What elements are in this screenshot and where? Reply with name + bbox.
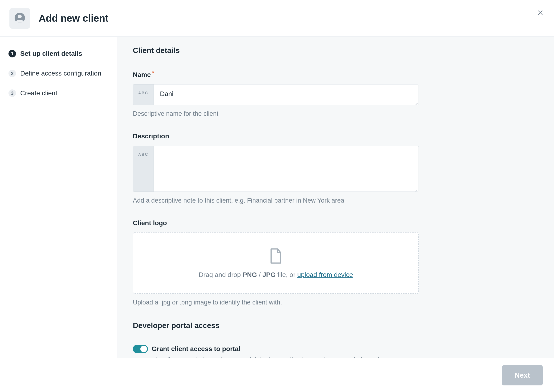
step-label: Create client [20,89,57,97]
field-logo-label: Client logo [133,219,539,227]
description-input-wrap: ABC [133,146,419,192]
drop-format-png: PNG [243,271,257,278]
field-name-label: Name * [133,71,539,79]
name-input-wrap: ABC [133,84,419,105]
next-button[interactable]: Next [502,365,543,385]
required-indicator: * [152,70,154,76]
portal-access-toggle-label: Grant client access to portal [152,345,240,353]
drop-suffix: file, or [276,271,297,278]
logo-dropzone[interactable]: Drag and drop PNG / JPG file, or upload … [133,232,419,294]
wizard-sidebar: 1 Set up client details 2 Define access … [0,37,118,358]
modal-title: Add new client [39,13,108,24]
portal-access-helper: Grants the client permission to browse p… [133,357,539,358]
step-badge: 1 [8,50,16,57]
step-label: Set up client details [20,50,82,57]
form-main: Client details Name * ABC Descriptive na… [118,37,554,358]
label-text: Name [133,71,151,79]
description-input[interactable] [154,146,418,191]
portal-access-toggle[interactable] [133,345,148,353]
header-avatar-box [9,8,30,29]
file-icon [269,247,283,266]
abc-icon: ABC [138,153,149,157]
field-description-label: Description [133,133,539,140]
step-badge: 2 [8,70,16,77]
field-client-logo: Client logo Drag and drop PNG / JPG file… [133,219,539,306]
field-name: Name * ABC Descriptive name for the clie… [133,71,539,117]
input-type-badge: ABC [133,146,154,191]
portal-access-toggle-row: Grant client access to portal [133,345,539,353]
name-helper: Descriptive name for the client [133,110,539,117]
close-button[interactable] [537,9,544,17]
toggle-knob [140,346,147,352]
description-helper: Add a descriptive note to this client, e… [133,197,539,204]
step-badge: 3 [8,89,16,97]
drop-prefix: Drag and drop [199,271,243,278]
section-portal-access-title: Developer portal access [133,321,539,334]
wizard-step-2[interactable]: 2 Define access configuration [8,70,109,77]
dropzone-text: Drag and drop PNG / JPG file, or upload … [199,271,353,279]
svg-point-1 [18,14,22,18]
modal-footer: Next [0,358,554,392]
modal-header: Add new client [0,0,554,37]
user-circle-icon [14,12,25,24]
upload-from-device-link[interactable]: upload from device [297,271,353,278]
close-icon [537,13,544,17]
field-description: Description ABC Add a descriptive note t… [133,133,539,204]
modal-body: 1 Set up client details 2 Define access … [0,37,554,358]
name-input[interactable] [154,84,418,105]
drop-sep: / [257,271,262,278]
wizard-step-3[interactable]: 3 Create client [8,89,109,97]
step-label: Define access configuration [20,70,101,77]
section-client-details-title: Client details [133,46,539,59]
input-type-badge: ABC [133,84,154,105]
logo-helper: Upload a .jpg or .png image to identify … [133,299,539,306]
abc-icon: ABC [138,91,149,95]
drop-format-jpg: JPG [262,271,276,278]
wizard-step-1[interactable]: 1 Set up client details [8,50,109,57]
